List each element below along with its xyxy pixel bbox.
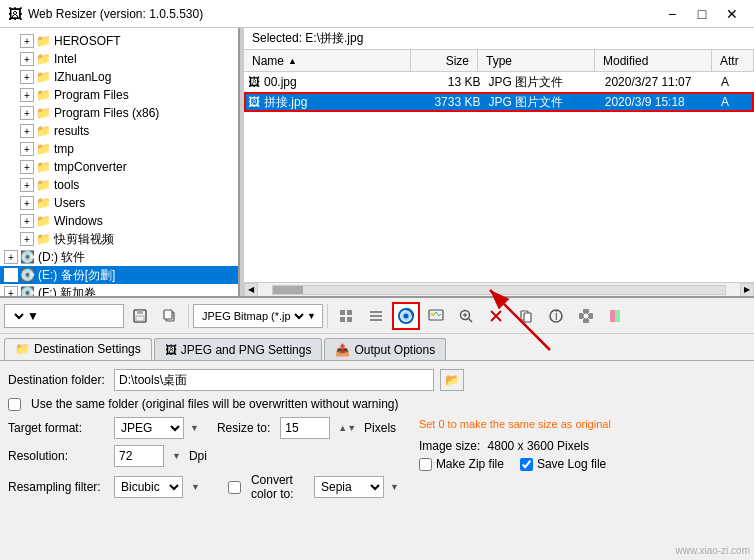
expand-icon[interactable]: + [20,196,34,210]
tree-item-izhuanlog[interactable]: + 📁 IZhuanLog [0,68,238,86]
folder-icon: 📁 [36,142,51,156]
scroll-track[interactable] [272,285,726,295]
tree-item-programfilesx86[interactable]: + 📁 Program Files (x86) [0,104,238,122]
same-folder-checkbox[interactable] [8,398,21,411]
svg-rect-24 [524,313,531,322]
image-size-value: 4800 x 3600 Pixels [488,439,589,453]
tree-item-results[interactable]: + 📁 results [0,122,238,140]
col-name[interactable]: Name ▲ [244,50,411,71]
expand-icon[interactable]: + [20,160,34,174]
minimize-button[interactable]: − [658,3,686,25]
tree-item-drive-f[interactable]: + 💽 (F:) 新加卷 [0,284,238,296]
save-log-checkbox[interactable] [520,458,533,471]
tab-output[interactable]: 📤 Output Options [324,338,446,360]
svg-text:i: i [555,309,558,323]
file-list-scrollbar[interactable]: ◀ ▶ [244,282,754,296]
folder-icon: 📁 [36,52,51,66]
folder-icon: 📁 [36,232,51,246]
make-zip-checkbox[interactable] [419,458,432,471]
settings-button[interactable] [572,302,600,330]
target-format-label: Target format: [8,421,108,435]
svg-line-18 [469,318,473,322]
preview-button[interactable] [422,302,450,330]
expand-icon[interactable]: + [20,88,34,102]
col-size[interactable]: Size [411,50,478,71]
maximize-button[interactable]: □ [688,3,716,25]
format-selector[interactable]: JPEG Bitmap (*.jp ▼ [193,304,323,328]
expand-icon[interactable]: + [20,106,34,120]
tree-item-drive-e[interactable]: + 💽 (E:) 备份[勿删] [0,266,238,284]
copy-button[interactable] [156,302,184,330]
list-view-button[interactable] [362,302,390,330]
col-modified[interactable]: Modified [595,50,712,71]
save-button[interactable] [126,302,154,330]
resize-to-input[interactable] [280,417,330,439]
svg-rect-7 [340,317,345,322]
svg-rect-4 [164,310,172,319]
expand-icon[interactable]: + [20,34,34,48]
svg-rect-6 [347,310,352,315]
close-button[interactable]: ✕ [718,3,746,25]
expand-icon[interactable]: + [20,214,34,228]
scroll-thumb[interactable] [273,286,303,294]
tree-item-tmp[interactable]: + 📁 tmp [0,140,238,158]
svg-point-31 [583,313,589,319]
expand-icon[interactable]: + [20,232,34,246]
svg-rect-10 [370,315,382,317]
scroll-right[interactable]: ▶ [740,283,754,297]
resolution-label: Resolution: [8,449,108,463]
process-button[interactable] [392,302,420,330]
destination-folder-input[interactable] [114,369,434,391]
tree-item-tools[interactable]: + 📁 tools [0,176,238,194]
tree-label: Windows [54,214,103,228]
tree-item-intel[interactable]: + 📁 Intel [0,50,238,68]
delete-button[interactable] [482,302,510,330]
col-attr[interactable]: Attr [712,50,754,71]
svg-rect-11 [370,319,382,321]
path-select[interactable] [7,309,27,323]
expand-icon[interactable]: + [20,124,34,138]
tree-item-herosoft[interactable]: + 📁 HEROSOFT [0,32,238,50]
color-button[interactable] [602,302,630,330]
tree-item-users[interactable]: + 📁 Users [0,194,238,212]
toolbar: ▼ JPEG Bitmap (*.jp ▼ [0,298,754,334]
browse-folder-button[interactable]: 📂 [440,369,464,391]
tree-item-tmpconverter[interactable]: + 📁 tmpConverter [0,158,238,176]
expand-icon[interactable]: + [20,142,34,156]
copy-to-button[interactable] [512,302,540,330]
expand-icon[interactable]: + [4,250,18,264]
tree-item-programfiles[interactable]: + 📁 Program Files [0,86,238,104]
expand-icon[interactable]: + [4,286,18,296]
target-format-select[interactable]: JPEG PNG BMP GIF TIFF [114,417,184,439]
expand-icon[interactable]: + [20,52,34,66]
resize-to-label: Resize to: [217,421,270,435]
convert-color-checkbox[interactable] [228,481,241,494]
file-row-selected[interactable]: 🖼 拼接.jpg 3733 KB JPG 图片文件 2020/3/9 15:18… [244,92,754,112]
resampling-select[interactable]: Bicubic Bilinear Nearest [114,476,183,498]
tree-item-drive-d[interactable]: + 💽 (D:) 软件 [0,248,238,266]
tree-item-kuaijian[interactable]: + 📁 快剪辑视频 [0,230,238,248]
file-row[interactable]: 🖼 00.jpg 13 KB JPG 图片文件 2020/3/27 11:07 … [244,72,754,92]
tab-destination[interactable]: 📁 Destination Settings [4,338,152,360]
info-button[interactable]: i [542,302,570,330]
target-format-row: Target format: JPEG PNG BMP GIF TIFF ▼ R… [8,417,399,439]
resolution-input[interactable] [114,445,164,467]
tree-item-windows[interactable]: + 📁 Windows [0,212,238,230]
expand-icon[interactable]: + [4,268,18,282]
expand-icon[interactable]: + [20,70,34,84]
zoom-button[interactable] [452,302,480,330]
format-select[interactable]: JPEG Bitmap (*.jp [198,309,307,323]
file-size-cell: 3733 KB [422,95,488,109]
grid-view-button[interactable] [332,302,360,330]
bottom-checkboxes: Make Zip file Save Log file [419,457,606,471]
folder-icon: 📁 [36,70,51,84]
convert-color-select[interactable]: Sepia None Grayscale [314,476,384,498]
file-modified-cell: 2020/3/27 11:07 [605,75,721,89]
col-type[interactable]: Type [478,50,595,71]
tab-jpeg-png[interactable]: 🖼 JPEG and PNG Settings [154,338,323,360]
scroll-left[interactable]: ◀ [244,283,258,297]
folder-tree[interactable]: + 📁 HEROSOFT + 📁 Intel + 📁 IZhuanLog [0,28,240,296]
path-dropdown[interactable]: ▼ [4,304,124,328]
file-list-panel: Selected: E:\拼接.jpg Name ▲ Size Type [244,28,754,296]
expand-icon[interactable]: + [20,178,34,192]
